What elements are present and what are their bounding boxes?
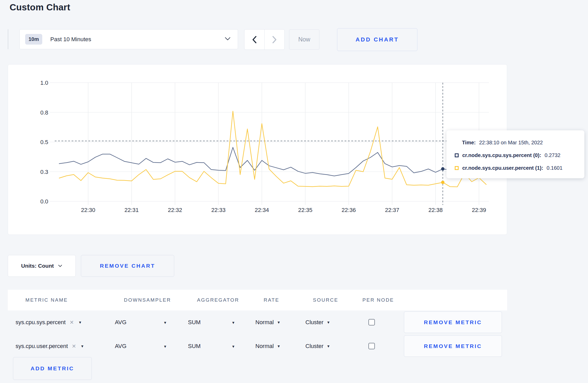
source-select[interactable]: Cluster ▼: [305, 334, 330, 358]
col-header-aggregator: AGGREGATOR: [197, 290, 239, 310]
hover-point-1: [441, 181, 444, 184]
x-axis-tick-label: 22:36: [341, 207, 356, 213]
clear-metric-icon[interactable]: ✕: [72, 343, 76, 349]
aggregator-value: SUM: [188, 343, 201, 350]
source-value: Cluster: [305, 343, 324, 350]
chevron-left-icon: [252, 36, 257, 43]
rate-value: Normal: [255, 343, 274, 350]
tooltip-time-row: Time: 22:38:10 on Mar 15th, 2022: [455, 138, 584, 147]
tooltip-series-label: cr.node.sys.cpu.sys.percent (0):: [462, 152, 541, 158]
series-line-1: [59, 111, 486, 187]
per-node-checkbox[interactable]: [368, 319, 375, 325]
chevron-down-icon: [58, 265, 62, 267]
y-axis-tick-label: 0.0: [40, 198, 48, 205]
downsampler-value: AVG: [115, 343, 127, 350]
chart-hover-tooltip: Time: 22:38:10 on Mar 15th, 2022 cr.node…: [446, 130, 584, 178]
table-row: sys.cpu.user.percent ✕ ▼ AVG ▼ SUM ▼ Nor…: [8, 334, 507, 358]
y-axis-tick-label: 0.3: [40, 169, 48, 175]
clear-metric-icon[interactable]: ✕: [69, 319, 74, 325]
y-axis-tick-label: 0.8: [40, 109, 48, 116]
caret-down-icon: ▼: [81, 344, 84, 348]
caret-down-icon: ▼: [232, 344, 235, 349]
chart-svg[interactable]: 0.00.30.50.81.022:3022:3122:3222:3322:34…: [8, 65, 507, 234]
rate-select[interactable]: Normal ▼: [255, 310, 281, 334]
time-range-label: Past 10 Minutes: [50, 36, 91, 43]
custom-chart-page: Custom Chart 10m Past 10 Minutes Now ADD…: [0, 0, 588, 383]
col-header-per-node: PER NODE: [362, 290, 394, 310]
x-axis-tick-label: 22:38: [428, 207, 443, 213]
source-value: Cluster: [305, 319, 324, 326]
series-swatch-sys-icon: [455, 153, 459, 157]
add-chart-button[interactable]: ADD CHART: [337, 28, 417, 51]
tooltip-time-value: 22:38:10 on Mar 15th, 2022: [479, 140, 543, 146]
rate-select[interactable]: Normal ▼: [255, 334, 281, 358]
downsampler-select[interactable]: AVG: [115, 334, 127, 358]
caret-down-icon: ▼: [277, 344, 281, 348]
col-header-downsampler: DOWNSAMPLER: [124, 290, 171, 310]
caret-down-icon: ▼: [327, 344, 330, 348]
time-range-select[interactable]: 10m Past 10 Minutes: [19, 29, 238, 49]
table-row: sys.cpu.sys.percent ✕ ▼ AVG ▼ SUM ▼ Norm…: [8, 310, 507, 334]
add-metric-button[interactable]: ADD METRIC: [13, 357, 92, 380]
now-button[interactable]: Now: [289, 29, 319, 50]
time-back-button[interactable]: [244, 30, 265, 49]
aggregator-select[interactable]: SUM: [188, 310, 201, 334]
caret-down-icon: ▼: [232, 321, 235, 325]
x-axis-tick-label: 22:33: [211, 207, 226, 213]
col-header-source: SOURCE: [313, 290, 338, 310]
rate-value: Normal: [255, 319, 274, 326]
toolbar-divider: [8, 29, 8, 49]
time-range-badge: 10m: [25, 34, 42, 45]
caret-down-icon: ▼: [78, 320, 82, 324]
metric-name-select[interactable]: sys.cpu.user.percent ✕ ▼: [16, 334, 84, 358]
time-nav-group: [244, 29, 285, 50]
tooltip-time-label: Time:: [462, 140, 476, 146]
downsampler-value: AVG: [115, 319, 127, 326]
metric-name-value: sys.cpu.sys.percent: [16, 319, 66, 326]
page-title: Custom Chart: [10, 2, 70, 12]
remove-metric-button[interactable]: REMOVE METRIC: [404, 335, 502, 357]
remove-metric-button[interactable]: REMOVE METRIC: [404, 311, 502, 333]
metric-name-value: sys.cpu.user.percent: [16, 343, 68, 350]
col-header-metric-name: METRIC NAME: [25, 290, 68, 310]
tooltip-series-value: 0.1601: [547, 165, 562, 171]
series-swatch-user-icon: [455, 166, 459, 170]
x-axis-tick-label: 22:30: [81, 207, 95, 213]
x-axis-tick-label: 22:31: [124, 207, 139, 213]
remove-chart-button[interactable]: REMOVE CHART: [81, 255, 174, 277]
hover-point-0: [441, 167, 444, 171]
col-header-rate: RATE: [264, 290, 279, 310]
chart-card: 0.00.30.50.81.022:3022:3122:3222:3322:34…: [8, 64, 507, 235]
x-gridlines: 22:3022:3122:3222:3322:3422:3522:3622:37…: [81, 83, 486, 213]
x-axis-tick-label: 22:37: [385, 207, 399, 213]
caret-down-icon: ▼: [163, 321, 167, 325]
tooltip-series-label: cr.node.sys.cpu.user.percent (1):: [462, 165, 543, 171]
caret-down-icon: ▼: [277, 320, 281, 324]
x-axis-tick-label: 22:32: [168, 207, 182, 213]
y-axis-tick-label: 1.0: [40, 80, 48, 86]
downsampler-select[interactable]: AVG: [115, 310, 127, 334]
per-node-checkbox[interactable]: [368, 343, 375, 349]
units-label: Units: Count: [21, 263, 54, 269]
time-forward-button[interactable]: [265, 30, 285, 49]
aggregator-value: SUM: [188, 319, 201, 326]
metric-name-select[interactable]: sys.cpu.sys.percent ✕ ▼: [16, 310, 82, 334]
x-axis-tick-label: 22:35: [298, 207, 312, 213]
y-axis-tick-label: 0.5: [40, 139, 48, 145]
chevron-right-icon: [272, 36, 277, 43]
source-select[interactable]: Cluster ▼: [305, 310, 330, 334]
tooltip-series-value: 0.2732: [545, 152, 561, 158]
aggregator-select[interactable]: SUM: [188, 334, 201, 358]
metrics-table-header: METRIC NAME DOWNSAMPLER AGGREGATOR RATE …: [8, 290, 507, 310]
caret-down-icon: ▼: [327, 320, 330, 324]
tooltip-series-row: cr.node.sys.cpu.sys.percent (0): 0.2732: [455, 151, 584, 160]
tooltip-series-row: cr.node.sys.cpu.user.percent (1): 0.1601: [455, 164, 584, 172]
chevron-down-icon: [225, 37, 230, 42]
caret-down-icon: ▼: [163, 344, 167, 349]
x-axis-tick-label: 22:39: [472, 207, 486, 213]
units-select[interactable]: Units: Count: [8, 255, 76, 277]
x-axis-tick-label: 22:34: [255, 207, 269, 213]
